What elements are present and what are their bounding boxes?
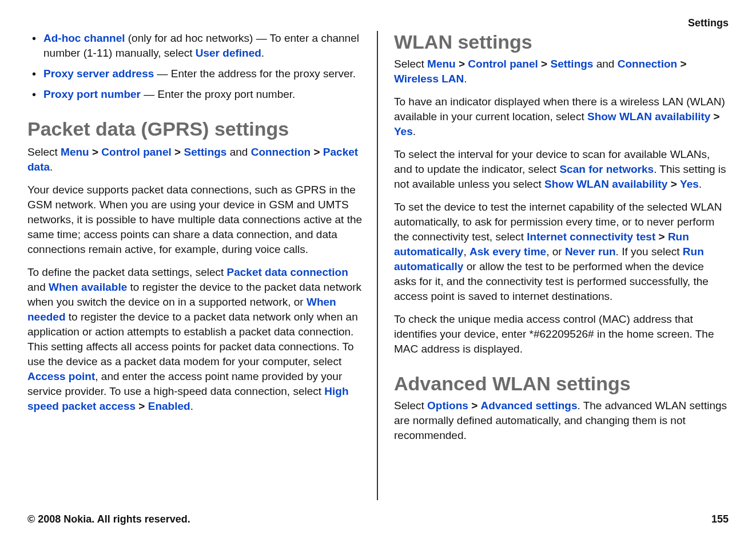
bullet-text: . — [261, 47, 264, 59]
nav-menu-link[interactable]: Menu — [427, 58, 456, 70]
right-column: WLAN settings Select Menu > Control pane… — [378, 31, 729, 500]
nav-sep: > — [89, 146, 102, 158]
packet-paragraph-1: Your device supports packet data connect… — [27, 183, 367, 257]
body-text: Select — [394, 399, 427, 412]
nav-sep: > — [710, 110, 719, 122]
internet-connectivity-test-link[interactable]: Internet connectivity test — [527, 231, 655, 243]
wlan-paragraph-1: To have an indicator displayed when ther… — [394, 94, 729, 139]
bullet-text: — Enter the address for the proxy server… — [154, 68, 356, 80]
body-text: . — [413, 125, 416, 137]
never-run-link[interactable]: Never run — [565, 246, 616, 258]
term-link[interactable]: Proxy server address — [43, 68, 154, 80]
nav-sep: > — [456, 58, 468, 70]
show-wlan-availability-link[interactable]: Show WLAN availability — [544, 178, 667, 190]
bullet-item: Proxy port number — Enter the proxy port… — [27, 87, 367, 102]
nav-sep: > — [468, 399, 481, 412]
nav-sep: > — [655, 231, 668, 243]
nav-settings-link[interactable]: Settings — [184, 146, 226, 158]
bullet-item: Ad-hoc channel (only for ad hoc networks… — [27, 31, 367, 61]
advanced-wlan-paragraph: Select Options > Advanced settings. The … — [394, 398, 729, 443]
wlan-paragraph-3: To set the device to test the internet c… — [394, 200, 729, 304]
term-link[interactable]: Proxy port number — [43, 88, 141, 100]
body-text: , — [463, 246, 469, 258]
yes-link[interactable]: Yes — [394, 125, 413, 137]
nav-text: and — [593, 58, 617, 70]
bullet-list: Ad-hoc channel (only for ad hoc networks… — [27, 31, 367, 102]
when-available-link[interactable]: When available — [49, 281, 127, 293]
section-header: Settings — [688, 17, 729, 29]
nav-text: . — [50, 161, 53, 173]
nav-menu-link[interactable]: Menu — [61, 146, 89, 158]
nav-text: Select — [394, 58, 427, 70]
show-wlan-availability-link[interactable]: Show WLAN availability — [587, 110, 710, 122]
page-number: 155 — [711, 513, 729, 525]
nav-sep: > — [172, 146, 184, 158]
scan-for-networks-link[interactable]: Scan for networks — [559, 163, 654, 175]
page: Settings Ad-hoc channel (only for ad hoc… — [0, 0, 756, 546]
wlan-paragraph-2: To select the interval for your device t… — [394, 147, 729, 192]
nav-connection-link[interactable]: Connection — [251, 146, 311, 158]
nav-text: Select — [27, 146, 61, 158]
nav-sep: > — [311, 146, 323, 158]
nav-text: and — [226, 146, 250, 158]
body-text: , or — [546, 246, 565, 258]
nav-control-panel-link[interactable]: Control panel — [101, 146, 171, 158]
copyright-text: © 2008 Nokia. All rights reserved. — [27, 513, 190, 525]
body-text: and — [27, 281, 49, 293]
yes-link[interactable]: Yes — [680, 178, 699, 190]
nav-sep: > — [667, 178, 680, 190]
packet-data-connection-link[interactable]: Packet data connection — [227, 266, 348, 278]
wlan-nav: Select Menu > Control panel > Settings a… — [394, 57, 729, 86]
wlan-paragraph-4: To check the unique media access control… — [394, 312, 729, 357]
page-footer: © 2008 Nokia. All rights reserved. 155 — [27, 513, 729, 525]
nav-sep: > — [677, 58, 686, 70]
bullet-item: Proxy server address — Enter the address… — [27, 66, 367, 81]
nav-sep: > — [136, 400, 148, 412]
nav-settings-link[interactable]: Settings — [550, 58, 593, 70]
nav-wireless-lan-link[interactable]: Wireless LAN — [394, 73, 464, 85]
body-text: To define the packet data settings, sele… — [27, 266, 227, 278]
bullet-text: — Enter the proxy port number. — [141, 88, 295, 100]
enabled-link[interactable]: Enabled — [148, 400, 190, 412]
nav-connection-link[interactable]: Connection — [618, 58, 678, 70]
term-link[interactable]: Ad-hoc channel — [43, 32, 125, 44]
advanced-settings-link[interactable]: Advanced settings — [481, 399, 578, 412]
packet-paragraph-2: To define the packet data settings, sele… — [27, 265, 367, 414]
nav-sep: > — [538, 58, 551, 70]
body-text: . — [699, 178, 702, 190]
action-link[interactable]: User defined — [196, 47, 261, 59]
packet-nav: Select Menu > Control panel > Settings a… — [27, 145, 367, 175]
access-point-link[interactable]: Access point — [27, 370, 95, 382]
heading-advanced-wlan: Advanced WLAN settings — [394, 373, 729, 395]
left-column: Ad-hoc channel (only for ad hoc networks… — [27, 31, 378, 500]
body-text: to register the device to a packet data … — [27, 311, 358, 367]
heading-packet-data: Packet data (GPRS) settings — [27, 118, 367, 140]
options-link[interactable]: Options — [427, 399, 468, 412]
heading-wlan-settings: WLAN settings — [394, 31, 729, 53]
body-text: . If you select — [616, 246, 683, 258]
body-text: . — [190, 400, 193, 412]
nav-control-panel-link[interactable]: Control panel — [468, 58, 538, 70]
columns: Ad-hoc channel (only for ad hoc networks… — [27, 31, 729, 500]
nav-text: . — [464, 73, 467, 85]
ask-every-time-link[interactable]: Ask every time — [469, 246, 546, 258]
